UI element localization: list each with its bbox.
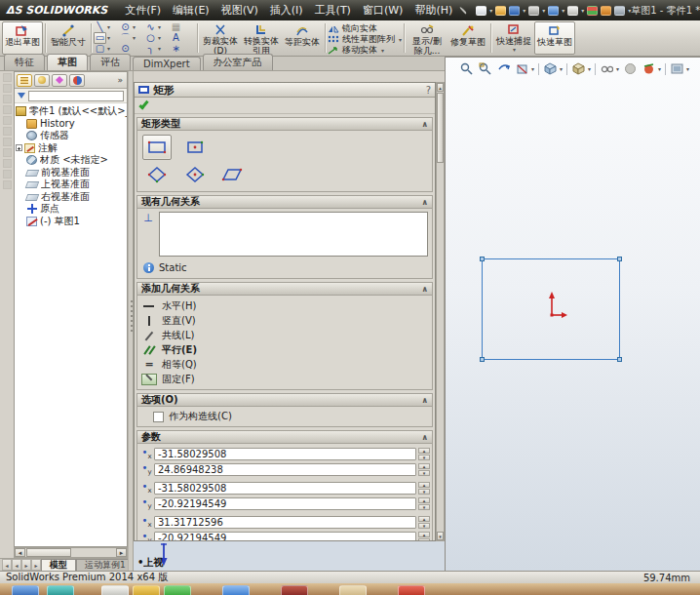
display-style-caret-icon[interactable]: ▾ bbox=[588, 65, 591, 72]
param-x1-field[interactable]: -31.58029508 bbox=[154, 448, 416, 460]
scroll-right-icon[interactable]: ▸ bbox=[116, 548, 127, 557]
file-properties-icon[interactable] bbox=[614, 6, 625, 16]
line-tool[interactable]: ╲▾ bbox=[94, 22, 119, 32]
relation-equal-button[interactable]: =相等(Q) bbox=[141, 357, 428, 372]
undo-caret-icon[interactable]: ▾ bbox=[562, 8, 564, 14]
sketch-picture-tool[interactable]: ▦ bbox=[170, 22, 195, 32]
fillet-tool[interactable]: ╮▾ bbox=[144, 44, 170, 54]
tree-horizontal-scrollbar[interactable]: ◂ ▸ bbox=[14, 547, 128, 558]
ok-check-icon[interactable] bbox=[138, 99, 148, 109]
menu-window[interactable]: 窗口(W) bbox=[357, 3, 408, 18]
move-entities-button[interactable]: 移动实体 ▾ bbox=[328, 45, 402, 56]
tab-evaluate[interactable]: 评估 bbox=[90, 54, 131, 70]
param-y2-stepper[interactable]: ▴▾ bbox=[418, 497, 430, 510]
edit-appearance-icon[interactable] bbox=[642, 61, 656, 76]
taskbar-app-icon[interactable] bbox=[101, 585, 129, 595]
scrollbar-thumb[interactable] bbox=[26, 548, 71, 557]
tree-item-origin[interactable]: 原点 bbox=[16, 203, 127, 216]
parameters-header[interactable]: 参数 ∧ bbox=[137, 431, 432, 444]
hide-show-items-icon[interactable] bbox=[600, 61, 614, 76]
undo-icon[interactable] bbox=[548, 6, 559, 16]
arc-caret-icon[interactable]: ▾ bbox=[133, 33, 136, 43]
tree-item-material[interactable]: 材质 <未指定> bbox=[16, 154, 127, 167]
spline-caret-icon[interactable]: ▾ bbox=[158, 22, 161, 32]
menu-edit[interactable]: 编辑(E) bbox=[167, 3, 215, 18]
scroll-down-icon[interactable]: ▾ bbox=[437, 532, 444, 540]
relation-fix-button[interactable]: 固定(F) bbox=[141, 372, 428, 386]
collapse-icon[interactable]: ∧ bbox=[422, 396, 429, 405]
tab-nav-first-icon[interactable]: ◂ bbox=[2, 559, 12, 571]
offset-entities-button[interactable]: 等距实体 bbox=[282, 21, 323, 55]
parallelogram-button[interactable] bbox=[217, 162, 247, 187]
collapse-icon[interactable]: ∧ bbox=[422, 285, 429, 294]
smart-dimension-button[interactable]: 智能尺寸 bbox=[48, 21, 89, 55]
relation-vertical-button[interactable]: 竖直(V) bbox=[141, 313, 428, 328]
quick-snaps-caret-icon[interactable]: ▾ bbox=[513, 47, 516, 54]
tab-nav-prev-icon[interactable]: ◂ bbox=[12, 559, 21, 571]
param-y3-field[interactable]: -20.92194549 bbox=[154, 532, 416, 541]
zoom-to-fit-icon[interactable] bbox=[459, 61, 474, 76]
orientation-caret-icon[interactable]: ▾ bbox=[560, 65, 563, 72]
param-x3-field[interactable]: 31.31712596 bbox=[154, 516, 416, 529]
zoom-to-area-icon[interactable] bbox=[478, 61, 492, 76]
select-cursor-icon[interactable] bbox=[567, 6, 578, 16]
appearance-sphere-icon[interactable] bbox=[623, 61, 638, 76]
rect-vertex-handle[interactable] bbox=[617, 257, 622, 261]
tab-features[interactable]: 特征 bbox=[4, 54, 45, 70]
scroll-up-icon[interactable]: ▴ bbox=[437, 83, 444, 92]
rectangle-caret-icon[interactable]: ▾ bbox=[107, 33, 110, 43]
save-icon[interactable] bbox=[509, 6, 520, 16]
spline-tool[interactable]: ∿▾ bbox=[144, 22, 170, 32]
fillet-caret-icon[interactable]: ▾ bbox=[158, 44, 161, 54]
property-manager-scrollbar[interactable]: ▴ ▾ bbox=[436, 82, 445, 541]
param-x3-stepper[interactable]: ▴▾ bbox=[418, 516, 430, 529]
text-tool[interactable]: A bbox=[170, 33, 195, 43]
options-header[interactable]: 选项(O) ∧ bbox=[137, 394, 432, 407]
sketch-origin[interactable] bbox=[541, 290, 574, 323]
center-rectangle-button[interactable] bbox=[180, 135, 210, 160]
print-caret-icon[interactable]: ▾ bbox=[542, 8, 545, 14]
help-icon[interactable]: ? bbox=[426, 85, 431, 96]
taskbar-app-icon[interactable] bbox=[12, 585, 39, 595]
previous-view-icon[interactable] bbox=[496, 61, 511, 76]
slot-caret-icon[interactable]: ▾ bbox=[107, 44, 110, 54]
line-caret-icon[interactable]: ▾ bbox=[107, 22, 110, 32]
display-style-icon[interactable] bbox=[571, 61, 586, 76]
collapse-icon[interactable]: ∧ bbox=[422, 433, 429, 442]
section-view-icon[interactable] bbox=[515, 61, 529, 76]
tree-item-sensors[interactable]: 传感器 bbox=[16, 130, 127, 142]
open-document-icon[interactable] bbox=[495, 6, 506, 16]
point-tool[interactable]: ∗ bbox=[170, 44, 195, 54]
corner-rectangle-button[interactable] bbox=[142, 135, 172, 160]
existing-relations-header[interactable]: 现有几何关系 ∧ bbox=[137, 196, 432, 209]
tab-office-products[interactable]: 办公室产品 bbox=[203, 54, 273, 70]
graphics-viewport[interactable]: ▾ ▾ ▾ ▾ ▾ ▾ bbox=[445, 57, 700, 571]
menu-tools[interactable]: 工具(T) bbox=[309, 3, 357, 18]
pattern-caret-icon[interactable]: ▾ bbox=[399, 36, 402, 43]
tree-item-part[interactable]: 零件1 (默认<<默认>_显示状态 bbox=[16, 105, 127, 118]
repair-sketch-button[interactable]: 修复草图 bbox=[447, 21, 488, 55]
menu-insert[interactable]: 插入(I) bbox=[264, 3, 309, 18]
construction-checkbox[interactable] bbox=[153, 412, 164, 422]
expand-icon[interactable] bbox=[16, 144, 22, 151]
display-delete-relations-button[interactable]: 显示/删除几... bbox=[407, 21, 447, 55]
ellipse-caret-icon[interactable]: ▾ bbox=[158, 33, 161, 43]
rect-vertex-handle[interactable] bbox=[617, 357, 622, 362]
ellipse-tool[interactable]: ○▾ bbox=[144, 33, 170, 43]
convert-entities-button[interactable]: 转换实体引用 bbox=[241, 21, 282, 55]
existing-relations-listbox[interactable] bbox=[159, 212, 428, 257]
three-point-center-rectangle-button[interactable] bbox=[180, 162, 210, 187]
exit-sketch-button[interactable]: 退出草图 bbox=[2, 21, 43, 55]
menu-help[interactable]: 帮助(H) bbox=[408, 3, 458, 18]
scrollbar-thumb[interactable] bbox=[437, 93, 444, 163]
taskbar-app-icon[interactable] bbox=[281, 585, 308, 595]
relation-collinear-button[interactable]: 共线(L) bbox=[141, 328, 428, 342]
relation-horizontal-button[interactable]: 水平(H) bbox=[141, 298, 428, 313]
taskbar-app-icon[interactable] bbox=[164, 585, 191, 595]
param-x2-field[interactable]: -31.58029508 bbox=[154, 482, 416, 495]
tab-sketch[interactable]: 草图 bbox=[47, 54, 88, 70]
hide-show-caret-icon[interactable]: ▾ bbox=[616, 65, 619, 72]
rect-vertex-handle[interactable] bbox=[480, 357, 485, 362]
new-caret-icon[interactable]: ▾ bbox=[489, 8, 492, 14]
param-y3-stepper[interactable]: ▴▾ bbox=[418, 532, 430, 541]
